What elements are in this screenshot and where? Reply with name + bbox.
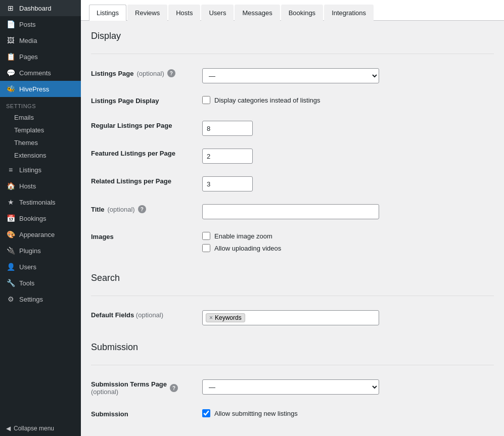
content-area: Display Listings Page (optional) ? — <box>81 21 504 436</box>
submission-terms-help-icon[interactable]: ? <box>170 384 178 392</box>
featured-listings-input[interactable] <box>202 149 253 164</box>
tabs-bar: Listings Reviews Hosts Users Messages Bo… <box>81 0 504 21</box>
images-row: Images Enable image zoom Allow uploading… <box>91 226 494 263</box>
settings-section-title: Settings <box>0 97 81 111</box>
allow-submitting-checkbox[interactable] <box>202 409 210 417</box>
sidebar-item-listings[interactable]: ≡ Listings <box>0 162 81 178</box>
search-divider <box>91 296 494 296</box>
listings-page-label: Listings Page (optional) ? <box>91 62 202 90</box>
sidebar-item-settings[interactable]: ⚙ Settings <box>0 291 81 307</box>
title-row: Title (optional) ? <box>91 198 494 226</box>
listings-icon: ≡ <box>6 166 15 174</box>
title-label: Title (optional) ? <box>91 198 202 226</box>
allow-uploading-videos-checkbox[interactable] <box>202 244 210 252</box>
tab-hosts[interactable]: Hosts <box>168 5 200 21</box>
title-help-icon[interactable]: ? <box>138 205 146 213</box>
settings-icon: ⚙ <box>6 295 15 303</box>
sidebar-item-emails[interactable]: Emails <box>0 111 81 124</box>
comments-icon: 💬 <box>6 69 15 77</box>
regular-listings-label: Regular Listings per Page <box>91 115 202 142</box>
pages-icon: 📋 <box>6 53 15 61</box>
related-listings-per-page-row: Related Listings per Page <box>91 170 494 198</box>
search-settings-table: Default Fields (optional) × Keywords <box>91 304 494 332</box>
default-fields-row: Default Fields (optional) × Keywords <box>91 304 494 332</box>
listings-page-display-label: Listings Page Display <box>91 90 202 115</box>
sidebar-item-media[interactable]: 🖼 Media <box>0 32 81 49</box>
sidebar: ⊞ Dashboard 📄 Posts 🖼 Media 📋 Pages 💬 Co… <box>0 0 81 436</box>
listings-page-select[interactable]: — <box>202 68 379 83</box>
display-divider <box>91 54 494 54</box>
default-fields-label: Default Fields (optional) <box>91 304 202 332</box>
display-section-title: Display <box>91 31 494 45</box>
sidebar-item-testimonials[interactable]: ★ Testimonials <box>0 194 81 210</box>
keywords-tag: × Keywords <box>206 313 245 322</box>
submission-section-title: Submission <box>91 342 494 357</box>
appearance-icon: 🎨 <box>6 230 15 238</box>
images-label: Images <box>91 226 202 263</box>
plugins-icon: 🔌 <box>6 247 15 255</box>
default-fields-tag-input[interactable]: × Keywords <box>202 310 379 325</box>
sidebar-item-hivepress[interactable]: 🐝 HivePress <box>0 81 81 97</box>
featured-listings-per-page-row: Featured Listings per Page <box>91 142 494 170</box>
tab-bookings[interactable]: Bookings <box>281 5 323 21</box>
sidebar-item-templates[interactable]: Templates <box>0 124 81 136</box>
sidebar-item-bookings[interactable]: 📅 Bookings <box>0 210 81 226</box>
sidebar-item-users[interactable]: 👤 Users <box>0 259 81 275</box>
tab-users[interactable]: Users <box>201 5 234 21</box>
media-icon: 🖼 <box>6 36 15 44</box>
users-icon: 👤 <box>6 263 15 271</box>
hosts-icon: 🏠 <box>6 182 15 190</box>
allow-submitting-label[interactable]: Allow submitting new listings <box>202 409 494 417</box>
display-categories-checkbox-label[interactable]: Display categories instead of listings <box>202 96 494 104</box>
main-content: Listings Reviews Hosts Users Messages Bo… <box>81 0 504 436</box>
sidebar-item-tools[interactable]: 🔧 Tools <box>0 275 81 291</box>
related-listings-input[interactable] <box>202 176 253 191</box>
bookings-icon: 📅 <box>6 214 15 222</box>
sidebar-item-appearance[interactable]: 🎨 Appearance <box>0 226 81 243</box>
submission-terms-page-select[interactable]: — <box>202 379 379 395</box>
tab-listings[interactable]: Listings <box>89 5 126 21</box>
submission-settings-table: Submission Terms Page (optional) ? — Sub… <box>91 373 494 428</box>
title-input[interactable] <box>202 204 379 219</box>
sidebar-item-comments[interactable]: 💬 Comments <box>0 65 81 81</box>
regular-listings-input[interactable] <box>202 121 253 136</box>
featured-listings-label: Featured Listings per Page <box>91 142 202 170</box>
tab-messages[interactable]: Messages <box>235 5 280 21</box>
dashboard-icon: ⊞ <box>6 4 15 12</box>
collapse-icon: ◀ <box>6 425 11 432</box>
submission-label: Submission <box>91 403 202 428</box>
display-categories-checkbox[interactable] <box>202 96 210 104</box>
collapse-menu[interactable]: ◀ Collapse menu <box>0 421 81 436</box>
sidebar-item-plugins[interactable]: 🔌 Plugins <box>0 243 81 259</box>
submission-divider <box>91 365 494 365</box>
sidebar-item-hosts[interactable]: 🏠 Hosts <box>0 178 81 194</box>
sidebar-item-pages[interactable]: 📋 Pages <box>0 49 81 65</box>
listings-page-help-icon[interactable]: ? <box>167 69 175 77</box>
hivepress-icon: 🐝 <box>6 85 15 93</box>
tools-icon: 🔧 <box>6 279 15 287</box>
posts-icon: 📄 <box>6 20 15 28</box>
listings-page-display-row: Listings Page Display Display categories… <box>91 90 494 115</box>
sidebar-item-extensions[interactable]: Extensions <box>0 149 81 162</box>
listings-page-row: Listings Page (optional) ? — <box>91 62 494 90</box>
enable-image-zoom-checkbox[interactable] <box>202 232 210 240</box>
search-section-title: Search <box>91 273 494 287</box>
tab-reviews[interactable]: Reviews <box>127 5 167 21</box>
submission-terms-label: Submission Terms Page (optional) ? <box>91 373 202 403</box>
keywords-tag-remove[interactable]: × <box>209 314 213 321</box>
submission-terms-page-row: Submission Terms Page (optional) ? — <box>91 373 494 403</box>
allow-uploading-videos-label[interactable]: Allow uploading videos <box>202 244 494 252</box>
sidebar-item-dashboard[interactable]: ⊞ Dashboard <box>0 0 81 16</box>
submission-checkbox-row: Submission Allow submitting new listings <box>91 403 494 428</box>
enable-image-zoom-label[interactable]: Enable image zoom <box>202 232 494 240</box>
testimonials-icon: ★ <box>6 198 15 206</box>
tab-integrations[interactable]: Integrations <box>324 5 374 21</box>
related-listings-label: Related Listings per Page <box>91 170 202 198</box>
regular-listings-per-page-row: Regular Listings per Page <box>91 115 494 142</box>
sidebar-item-themes[interactable]: Themes <box>0 136 81 149</box>
display-settings-table: Listings Page (optional) ? — Listings Pa… <box>91 62 494 263</box>
sidebar-item-posts[interactable]: 📄 Posts <box>0 16 81 32</box>
